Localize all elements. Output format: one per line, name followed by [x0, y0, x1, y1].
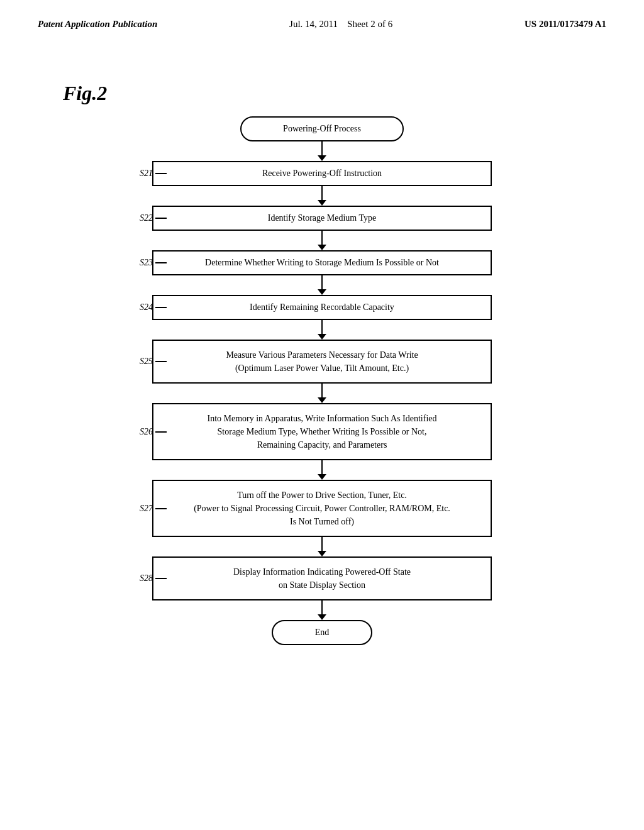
step-s25-box: Measure Various Parameters Necessary for…: [152, 340, 492, 384]
step-s28-wrapper: S28 Display Information Indicating Power…: [102, 556, 542, 600]
step-s27-id: S27: [140, 504, 167, 514]
page: Patent Application Publication Jul. 14, …: [0, 0, 644, 830]
header-center: Jul. 14, 2011 Sheet 2 of 6: [289, 19, 392, 30]
step-s24-wrapper: S24 Identify Remaining Recordable Capaci…: [102, 295, 542, 320]
step-s24-box: Identify Remaining Recordable Capacity: [152, 295, 492, 320]
step-s21-box: Receive Powering-Off Instruction: [152, 161, 492, 186]
step-s25-wrapper: S25 Measure Various Parameters Necessary…: [102, 340, 542, 384]
step-s27-box: Turn off the Power to Drive Section, Tun…: [152, 480, 492, 537]
step-s23-box: Determine Whether Writing to Storage Med…: [152, 250, 492, 275]
step-s25-id: S25: [140, 357, 167, 367]
step-s27-wrapper: S27 Turn off the Power to Drive Section,…: [102, 480, 542, 537]
step-s22-box: Identify Storage Medium Type: [152, 206, 492, 231]
publication-label: Patent Application Publication: [38, 19, 157, 30]
step-id-line: [155, 508, 167, 509]
step-s24-id: S24: [140, 302, 167, 313]
step-s22-wrapper: S22 Identify Storage Medium Type: [102, 206, 542, 231]
start-node: Powering-Off Process: [240, 116, 404, 141]
step-s21-id: S21: [140, 169, 167, 179]
step-id-line: [155, 307, 167, 308]
patent-number: US 2011/0173479 A1: [525, 19, 606, 30]
date-label: Jul. 14, 2011: [289, 19, 338, 29]
step-id-line: [155, 262, 167, 263]
figure-label: Fig.2: [63, 82, 107, 105]
step-s22-id: S22: [140, 213, 167, 223]
step-id-line: [155, 361, 167, 362]
sheet-label: Sheet 2 of 6: [347, 19, 392, 29]
step-id-line: [155, 578, 167, 579]
step-id-line: [155, 173, 167, 174]
step-id-line: [155, 431, 167, 433]
header: Patent Application Publication Jul. 14, …: [0, 0, 644, 42]
step-s28-box: Display Information Indicating Powered-O…: [152, 556, 492, 600]
step-s28-id: S28: [140, 573, 167, 584]
step-s26-box: Into Memory in Apparatus, Write Informat…: [152, 403, 492, 460]
step-s26-wrapper: S26 Into Memory in Apparatus, Write Info…: [102, 403, 542, 460]
step-id-line: [155, 218, 167, 219]
end-node: End: [272, 620, 372, 645]
step-s23-id: S23: [140, 258, 167, 268]
step-s21-wrapper: S21 Receive Powering-Off Instruction: [102, 161, 542, 186]
step-s26-id: S26: [140, 427, 167, 437]
step-s23-wrapper: S23 Determine Whether Writing to Storage…: [102, 250, 542, 275]
